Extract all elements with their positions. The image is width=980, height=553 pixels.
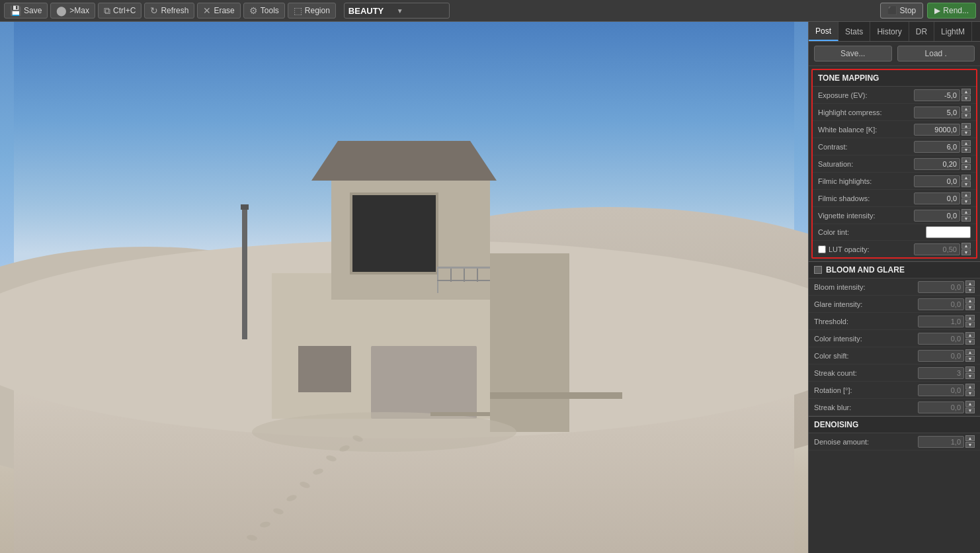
contrast-input[interactable] — [914, 141, 960, 153]
rotation-input[interactable] — [918, 384, 964, 396]
saturation-down[interactable]: ▼ — [961, 164, 971, 170]
erase-button[interactable]: ✕ Erase — [197, 3, 240, 19]
tab-lightm[interactable]: LightM — [934, 22, 972, 41]
glare-intensity-up[interactable]: ▲ — [965, 298, 975, 304]
rotation-down[interactable]: ▼ — [965, 390, 975, 396]
erase-icon: ✕ — [203, 5, 211, 16]
denoise-amount-up[interactable]: ▲ — [965, 435, 975, 441]
color-intensity-down[interactable]: ▼ — [965, 339, 975, 345]
highlight-compress-down[interactable]: ▼ — [961, 112, 971, 118]
bloom-intensity-up[interactable]: ▲ — [965, 280, 975, 286]
denoise-amount-down[interactable]: ▼ — [965, 442, 975, 448]
filmic-highlights-up[interactable]: ▲ — [961, 175, 971, 181]
streak-count-input[interactable] — [918, 367, 964, 379]
white-balance-up[interactable]: ▲ — [961, 123, 971, 129]
tab-history[interactable]: History — [870, 22, 909, 41]
filmic-shadows-up[interactable]: ▲ — [961, 192, 971, 198]
color-shift-down[interactable]: ▼ — [965, 356, 975, 362]
vignette-down[interactable]: ▼ — [961, 216, 971, 222]
threshold-down[interactable]: ▼ — [965, 321, 975, 327]
bloom-intensity-down[interactable]: ▼ — [965, 287, 975, 293]
region-icon: ⬚ — [294, 5, 302, 16]
tone-mapping-section: TONE MAPPING Exposure (EV): ▲ ▼ Highligh… — [811, 69, 977, 259]
rotation-spinner: ▲ ▼ — [965, 384, 975, 396]
prop-glare-intensity: Glare intensity: ▲ ▼ — [809, 296, 980, 313]
save-button[interactable]: 💾 Save — [4, 3, 48, 19]
prop-white-balance: White balance [K]: ▲ ▼ — [813, 121, 976, 138]
tools-button[interactable]: ⚙ Tools — [243, 3, 285, 19]
lut-down[interactable]: ▼ — [961, 249, 971, 255]
color-intensity-spinner: ▲ ▼ — [965, 332, 975, 345]
saturation-up[interactable]: ▲ — [961, 157, 971, 163]
lut-opacity-input[interactable] — [914, 243, 960, 255]
threshold-up[interactable]: ▲ — [965, 315, 975, 321]
region-button[interactable]: ⬚ Region — [288, 3, 336, 19]
exposure-input[interactable] — [914, 89, 960, 101]
viewport[interactable] — [0, 22, 808, 553]
bloom-intensity-input[interactable] — [918, 281, 964, 293]
lut-checkbox[interactable] — [818, 245, 826, 253]
svg-rect-20 — [477, 269, 478, 282]
vignette-up[interactable]: ▲ — [961, 209, 971, 215]
color-intensity-input[interactable] — [918, 333, 964, 345]
rotation-up[interactable]: ▲ — [965, 384, 975, 390]
saturation-spinner: ▲ ▼ — [961, 157, 971, 170]
tab-stats[interactable]: Stats — [838, 22, 870, 41]
streak-blur-down[interactable]: ▼ — [965, 407, 975, 413]
refresh-button[interactable]: ↻ Refresh — [144, 3, 194, 19]
prop-streak-count: Streak count: ▲ ▼ — [809, 364, 980, 382]
prop-vignette: Vignette intensity: ▲ ▼ — [813, 207, 976, 224]
tab-dr[interactable]: DR — [909, 22, 934, 41]
threshold-input[interactable] — [918, 316, 964, 327]
prop-bloom-intensity: Bloom intensity: ▲ ▼ — [809, 278, 980, 296]
filmic-highlights-input[interactable] — [914, 175, 960, 187]
filmic-shadows-input[interactable] — [914, 192, 960, 204]
toolbar: 💾 Save ⬤ >Max ⧉ Ctrl+C ↻ Refresh ✕ Erase… — [0, 0, 980, 22]
contrast-up[interactable]: ▲ — [961, 140, 971, 146]
viewport-canvas — [0, 22, 808, 553]
render-button[interactable]: ▶ Rend... — [927, 3, 976, 19]
filmic-shadows-down[interactable]: ▼ — [961, 198, 971, 204]
load-btn[interactable]: Load . — [897, 46, 975, 62]
contrast-down[interactable]: ▼ — [961, 147, 971, 153]
refresh-icon: ↻ — [150, 5, 158, 16]
color-intensity-up[interactable]: ▲ — [965, 332, 975, 338]
color-shift-spinner: ▲ ▼ — [965, 349, 975, 362]
glare-intensity-down[interactable]: ▼ — [965, 304, 975, 310]
tab-post[interactable]: Post — [809, 22, 838, 41]
color-shift-up[interactable]: ▲ — [965, 349, 975, 355]
vignette-input[interactable] — [914, 210, 960, 222]
prop-color-tint: Color tint: — [813, 224, 976, 241]
exposure-up[interactable]: ▲ — [961, 89, 971, 95]
glare-intensity-input[interactable] — [918, 298, 964, 310]
glare-intensity-spinner: ▲ ▼ — [965, 298, 975, 310]
streak-count-up[interactable]: ▲ — [965, 366, 975, 372]
stop-button[interactable]: ⬛ Stop — [880, 3, 924, 19]
streak-blur-input[interactable] — [918, 402, 964, 413]
svg-rect-21 — [490, 253, 569, 432]
prop-color-shift: Color shift: ▲ ▼ — [809, 347, 980, 364]
panel-tabs: Post Stats History DR LightM — [809, 22, 980, 42]
exposure-down[interactable]: ▼ — [961, 95, 971, 101]
lut-up[interactable]: ▲ — [961, 243, 971, 249]
color-shift-input[interactable] — [918, 350, 964, 362]
saturation-input[interactable] — [914, 158, 960, 170]
color-tint-swatch[interactable] — [926, 226, 971, 238]
save-btn[interactable]: Save... — [814, 46, 892, 62]
ctrlc-button[interactable]: ⧉ Ctrl+C — [98, 3, 142, 19]
streak-count-down[interactable]: ▼ — [965, 373, 975, 379]
prop-threshold: Threshold: ▲ ▼ — [809, 313, 980, 330]
white-balance-input[interactable] — [914, 124, 960, 136]
white-balance-down[interactable]: ▼ — [961, 130, 971, 136]
max-button[interactable]: ⬤ >Max — [50, 3, 95, 19]
highlight-compress-up[interactable]: ▲ — [961, 106, 971, 112]
prop-color-intensity: Color intensity: ▲ ▼ — [809, 330, 980, 347]
denoise-amount-input[interactable] — [918, 436, 964, 448]
denoise-amount-spinner: ▲ ▼ — [965, 435, 975, 448]
highlight-compress-input[interactable] — [914, 106, 960, 118]
svg-rect-32 — [490, 392, 622, 399]
streak-blur-up[interactable]: ▲ — [965, 401, 975, 407]
render-name-dropdown[interactable]: BEAUTY ▼ — [344, 3, 450, 19]
filmic-highlights-down[interactable]: ▼ — [961, 181, 971, 187]
bloom-glare-checkbox[interactable] — [814, 266, 822, 274]
